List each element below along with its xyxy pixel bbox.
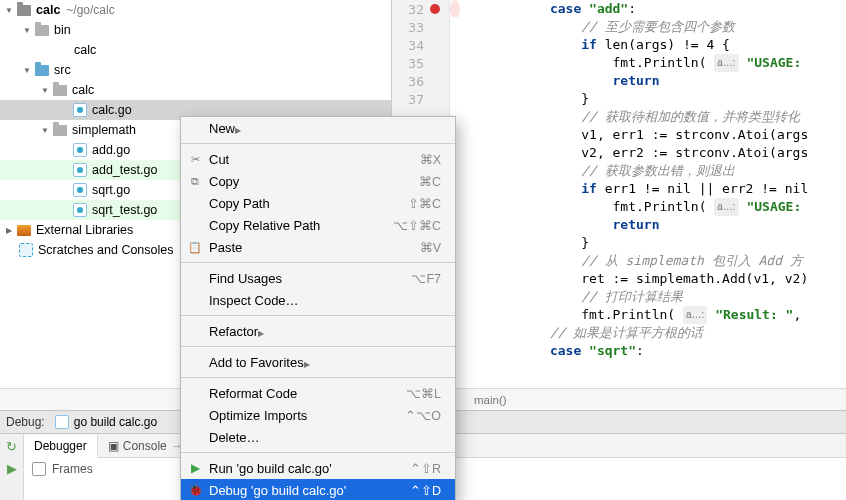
chevron-down-icon[interactable] [4,0,14,21]
go-file-icon [73,183,87,197]
code-area[interactable]: case "add": // 至少需要包含四个参数 if len(args) !… [450,0,846,388]
context-menu: New ✂Cut⌘X ⧉Copy⌘C Copy Path⇧⌘C Copy Rel… [180,116,456,500]
menu-find-usages[interactable]: Find Usages⌥F7 [181,267,455,289]
tree-src-calc[interactable]: calc [0,80,391,100]
go-file-icon [73,203,87,217]
paste-icon: 📋 [187,239,203,255]
tree-root[interactable]: calc ~/go/calc [0,0,391,20]
chevron-down-icon[interactable] [40,120,50,141]
tree-bin[interactable]: bin [0,20,391,40]
menu-optimize-imports[interactable]: Optimize Imports⌃⌥O [181,404,455,426]
chevron-down-icon[interactable] [22,20,32,41]
menu-inspect-code[interactable]: Inspect Code… [181,289,455,311]
debug-icon: 🐞 [187,482,203,498]
code-editor[interactable]: 32 33 34 35 36 37 case "add": // 至少需要包含四… [392,0,846,388]
debug-title: Debug: [6,415,45,429]
breadcrumb-main[interactable]: main() [474,394,507,406]
go-file-icon [55,415,69,429]
scratch-icon [19,243,33,257]
go-file-icon [73,143,87,157]
tab-debugger[interactable]: Debugger [24,435,98,458]
tree-src[interactable]: src [0,60,391,80]
menu-copy-relative-path[interactable]: Copy Relative Path⌥⇧⌘C [181,214,455,236]
menu-refactor[interactable]: Refactor [181,320,455,342]
menu-run-go-build[interactable]: ▶Run 'go build calc.go'⌃⇧R [181,457,455,479]
go-file-icon [73,163,87,177]
chevron-right-icon[interactable] [4,220,14,241]
menu-new[interactable]: New [181,117,455,139]
variables-panel[interactable] [436,458,847,500]
tree-root-label: calc [36,0,60,20]
menu-debug-go-build[interactable]: 🐞Debug 'go build calc.go'⌃⇧D [181,479,455,500]
chevron-down-icon[interactable] [22,60,32,81]
menu-add-to-favorites[interactable]: Add to Favorites [181,351,455,373]
chevron-down-icon[interactable] [40,80,50,101]
run-icon: ▶ [187,460,203,476]
go-file-icon [73,103,87,117]
menu-copy[interactable]: ⧉Copy⌘C [181,170,455,192]
copy-icon: ⧉ [187,173,203,189]
menu-copy-path[interactable]: Copy Path⇧⌘C [181,192,455,214]
menu-reformat-code[interactable]: Reformat Code⌥⌘L [181,382,455,404]
debug-toolbar: ↻ ▶ [0,434,24,500]
menu-paste[interactable]: 📋Paste⌘V [181,236,455,258]
frames-icon [32,462,46,476]
menu-cut[interactable]: ✂Cut⌘X [181,148,455,170]
library-icon [17,225,31,236]
tree-root-path: ~/go/calc [60,0,114,20]
menu-delete[interactable]: Delete… [181,426,455,448]
debug-config-name[interactable]: go build calc.go [74,415,157,429]
resume-button[interactable]: ▶ [4,460,20,476]
cut-icon: ✂ [187,151,203,167]
breakpoint-icon[interactable] [430,4,440,14]
tree-bin-calc[interactable]: calc [0,40,391,60]
rerun-button[interactable]: ↻ [4,438,20,454]
